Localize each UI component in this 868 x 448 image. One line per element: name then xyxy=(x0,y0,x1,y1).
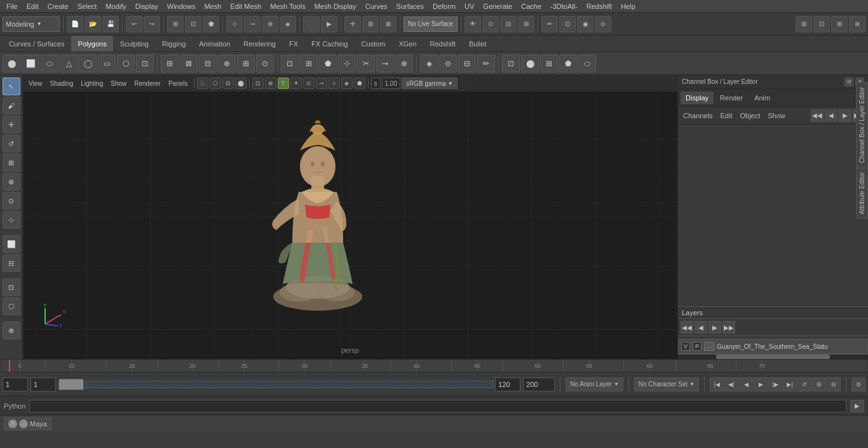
xform-btn[interactable]: ⊞ xyxy=(362,16,379,32)
menu-mesh-tools[interactable]: Mesh Tools xyxy=(266,1,309,11)
resolution-btn[interactable]: ⊟ xyxy=(500,16,517,32)
vp-show-menu[interactable]: Show xyxy=(107,79,130,88)
remove-layer-btn[interactable]: ◀ xyxy=(695,321,707,334)
rect-select-btn[interactable]: ⬜ xyxy=(3,235,20,253)
range-end-field[interactable]: 120 xyxy=(495,377,520,391)
frame-start2-field[interactable]: 1 xyxy=(31,377,56,391)
edit-menu[interactable]: Edit xyxy=(717,111,735,121)
cube-icon[interactable]: ⬜ xyxy=(22,55,39,72)
char-set-dropdown[interactable]: No Character Set ▼ xyxy=(634,377,699,391)
separate-icon[interactable]: ⊠ xyxy=(180,55,198,72)
timeline-ruler[interactable]: 5 10 15 20 25 30 35 40 45 50 55 60 65 70 xyxy=(3,360,865,372)
uv-editor-btn[interactable]: ⊡ xyxy=(559,16,576,32)
isolate-select-btn[interactable]: ⊙ xyxy=(482,16,499,32)
tab-fx[interactable]: FX xyxy=(283,36,304,51)
menu-mesh-display[interactable]: Mesh Display xyxy=(311,1,360,11)
channel-tab-render[interactable]: Render xyxy=(715,92,748,104)
grid-btn[interactable]: ⊞ xyxy=(831,16,848,32)
menu-select[interactable]: Select xyxy=(74,1,101,11)
menu-help[interactable]: Help xyxy=(617,1,639,11)
python-run-btn[interactable]: ▶ xyxy=(850,400,864,412)
xform3-icon[interactable]: ⊞ xyxy=(540,55,558,72)
vp-gate-btn[interactable]: ⬤ xyxy=(235,78,247,89)
layer-row-1[interactable]: V P — Guanyin_Of_The_Southern_Sea_Statu xyxy=(678,339,868,354)
menu-modify[interactable]: Modify xyxy=(102,1,130,11)
disk-icon[interactable]: ⬡ xyxy=(117,55,135,72)
vert-label-channel-box[interactable]: Channel Box / Layer Editor xyxy=(856,83,868,168)
layer-options-btn[interactable]: ▶ xyxy=(709,321,721,334)
max-range-field[interactable]: 200 xyxy=(523,377,555,391)
bridge-icon[interactable]: ⊞ xyxy=(300,55,318,72)
channel-tab-anim[interactable]: Anim xyxy=(749,92,775,104)
snap-to-curve-btn[interactable]: ⊸ xyxy=(244,16,261,32)
menu-uv[interactable]: UV xyxy=(461,1,478,11)
tab-sculpting[interactable]: Sculpting xyxy=(114,36,155,51)
layer-scrollbar[interactable] xyxy=(678,354,868,359)
plane-icon[interactable]: ▭ xyxy=(98,55,116,72)
vp-xray-btn[interactable]: ⊸ xyxy=(316,78,327,89)
go-end-btn[interactable]: ▶| xyxy=(783,377,797,391)
vp-lighting-menu[interactable]: Lighting xyxy=(78,79,106,88)
vp-hud-btn[interactable]: ◈ xyxy=(341,78,353,89)
vp-smooth-btn[interactable]: ⊕ xyxy=(265,78,276,89)
tab-fx-caching[interactable]: FX Caching xyxy=(305,36,354,51)
object-menu[interactable]: Object xyxy=(737,111,763,121)
region-select-btn[interactable]: ⊞ xyxy=(518,16,534,32)
tab-polygons[interactable]: Polygons xyxy=(71,36,112,51)
redo-btn[interactable]: ↪ xyxy=(144,16,160,32)
move-tool-btn[interactable]: ✛ xyxy=(3,116,20,133)
extra-btn1[interactable]: ⊞ xyxy=(812,377,826,391)
viewport-layout-btn[interactable]: ⊡ xyxy=(813,16,830,32)
tab-redshift[interactable]: Redshift xyxy=(424,36,462,51)
vp-filmgate-btn[interactable]: ⬡ xyxy=(210,78,221,89)
anim-layer-dropdown[interactable]: No Anim Layer ▼ xyxy=(566,377,623,391)
show-manip-btn[interactable]: ⊹ xyxy=(3,211,20,229)
axis-btn[interactable]: ⊗ xyxy=(849,16,865,32)
uv-unfold-icon[interactable]: ⊡ xyxy=(502,55,520,72)
menu-create[interactable]: Create xyxy=(44,1,72,11)
win-close-icon[interactable]: ✕ xyxy=(8,419,17,428)
show-menu[interactable]: Show xyxy=(765,111,788,121)
vp-ao-btn[interactable]: ⊹ xyxy=(329,78,340,89)
channel-next-btn[interactable]: ▶ xyxy=(839,109,851,122)
sculpt-icon[interactable]: ✏ xyxy=(477,55,495,72)
vp-resolution-btn[interactable]: ⊟ xyxy=(222,78,234,89)
vp-gamma-dropdown[interactable]: sRGB gamma ▼ xyxy=(402,78,458,89)
vert-label-attribute[interactable]: Attribute Editor xyxy=(856,168,868,219)
split-icon[interactable]: ✂ xyxy=(357,55,375,72)
channel-prev-btn[interactable]: ◀◀ xyxy=(811,109,824,122)
snap-to-surface-btn[interactable]: ◈ xyxy=(280,16,296,32)
menu-edit-mesh[interactable]: Edit Mesh xyxy=(226,1,265,11)
extract-icon[interactable]: ⊟ xyxy=(199,55,217,72)
sphere-icon[interactable]: ⬤ xyxy=(3,55,20,72)
insert-loop-icon[interactable]: ⊹ xyxy=(338,55,356,72)
play-back-btn[interactable]: ◀ xyxy=(739,377,753,391)
python-input[interactable] xyxy=(29,400,846,412)
connect-icon[interactable]: ⊸ xyxy=(376,55,394,72)
tab-animation[interactable]: Animation xyxy=(193,36,236,51)
relax-icon[interactable]: ⊝ xyxy=(439,55,457,72)
vp-wireframe-btn[interactable]: ⊡ xyxy=(252,78,264,89)
vp-shadow-btn[interactable]: ⊙ xyxy=(303,78,315,89)
render-btn[interactable]: 🎥 xyxy=(303,16,320,32)
select-by-hierarchy-btn[interactable]: ⊞ xyxy=(167,16,184,32)
select2-icon[interactable]: ⬟ xyxy=(559,55,577,72)
scale-tool-btn[interactable]: ⊞ xyxy=(3,154,20,172)
viewport[interactable]: View Shading Lighting Show Renderer Pane… xyxy=(23,75,677,359)
vp-textured-btn[interactable]: T xyxy=(278,78,289,89)
lasso-btn[interactable]: ⊟ xyxy=(3,254,20,272)
menu-file[interactable]: File xyxy=(3,1,22,11)
range-slider[interactable] xyxy=(85,381,494,388)
vp-lighting-btn[interactable]: ☀ xyxy=(290,78,302,89)
rivet-btn[interactable]: ◉ xyxy=(577,16,593,32)
live-surface-btn[interactable]: No Live Surface xyxy=(403,17,458,32)
paint-select-btn[interactable]: 🖌 xyxy=(3,97,20,114)
layer-scrollbar-thumb[interactable] xyxy=(716,355,830,359)
tab-custom[interactable]: Custom xyxy=(355,36,392,51)
tab-rigging[interactable]: Rigging xyxy=(156,36,192,51)
mirror-icon[interactable]: ⊞ xyxy=(237,55,255,72)
tab-rendering[interactable]: Rendering xyxy=(237,36,282,51)
xform2-btn[interactable]: ⊠ xyxy=(380,16,397,32)
settings-btn[interactable]: ⚙ xyxy=(851,377,865,391)
extrude-icon[interactable]: ⊡ xyxy=(281,55,299,72)
